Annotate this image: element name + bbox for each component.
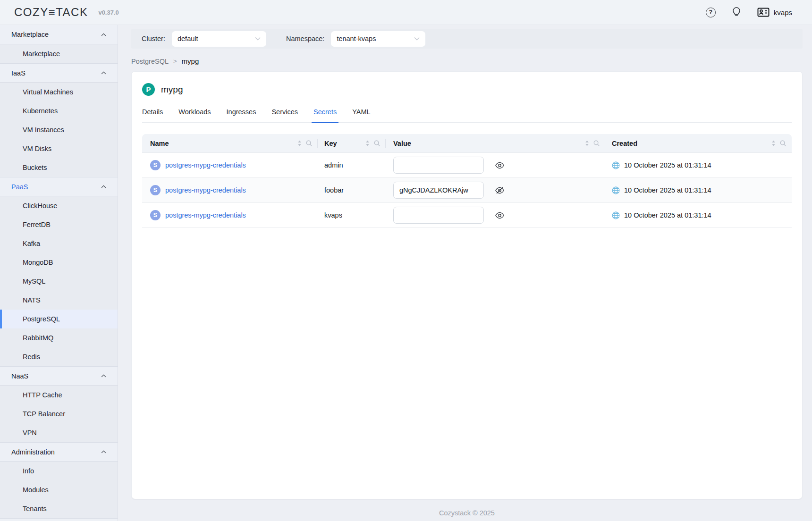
- breadcrumb-separator: >: [173, 58, 177, 65]
- search-icon[interactable]: [780, 140, 786, 146]
- sidebar-section-marketplace: MarketplaceMarketplace: [0, 25, 118, 63]
- sidebar-item-vm-disks[interactable]: VM Disks: [0, 139, 118, 158]
- tab-details[interactable]: Details: [142, 108, 163, 122]
- sidebar-section-items-paas: ClickHouseFerretDBKafkaMongoDBMySQLNATSP…: [0, 196, 118, 366]
- sidebar-item-mongodb[interactable]: MongoDB: [0, 253, 118, 272]
- help-button[interactable]: ?: [706, 8, 716, 17]
- sidebar-item-tenants[interactable]: Tenants: [0, 499, 118, 518]
- user-menu[interactable]: kvaps: [757, 8, 792, 17]
- hide-value-button[interactable]: [494, 186, 505, 195]
- reveal-value-button[interactable]: [494, 211, 505, 220]
- secret-name-link[interactable]: postgres-mypg-credentials: [165, 211, 246, 219]
- tab-yaml[interactable]: YAML: [352, 108, 370, 122]
- sidebar-section-header-administration[interactable]: Administration: [0, 442, 118, 461]
- cluster-label: Cluster:: [142, 35, 165, 42]
- secret-name-link[interactable]: postgres-mypg-credentials: [165, 161, 246, 169]
- search-icon[interactable]: [374, 140, 380, 146]
- tab-secrets[interactable]: Secrets: [313, 108, 337, 122]
- sidebar-item-vm-instances[interactable]: VM Instances: [0, 120, 118, 139]
- sort-icon[interactable]: [297, 140, 302, 146]
- sort-icon[interactable]: [365, 140, 370, 146]
- sidebar-section-header-naas[interactable]: NaaS: [0, 366, 118, 385]
- sidebar-item-nats[interactable]: NATS: [0, 291, 118, 310]
- sidebar-item-vpn[interactable]: VPN: [0, 423, 118, 442]
- sidebar-section-items-iaas: Virtual MachinesKubernetesVM InstancesVM…: [0, 82, 118, 177]
- secret-value-input[interactable]: [393, 207, 484, 224]
- namespace-select[interactable]: tenant-kvaps: [331, 31, 425, 47]
- lightbulb-button[interactable]: [733, 7, 740, 17]
- sidebar-item-ferretdb[interactable]: FerretDB: [0, 215, 118, 234]
- sort-icon[interactable]: [585, 140, 589, 146]
- sort-icon[interactable]: [771, 140, 776, 146]
- cell-created: 10 October 2025 at 01:31:14: [605, 153, 792, 177]
- sidebar-item-label: VM Disks: [23, 145, 51, 152]
- sidebar-item-label: Modules: [23, 486, 49, 494]
- tab-workloads[interactable]: Workloads: [178, 108, 211, 122]
- reveal-value-button[interactable]: [494, 161, 505, 170]
- resource-header: P mypg: [142, 83, 792, 96]
- tab-services[interactable]: Services: [271, 108, 298, 122]
- column-header-key[interactable]: Key: [318, 134, 386, 152]
- sidebar-item-label: TCP Balancer: [23, 410, 65, 418]
- user-name: kvaps: [774, 8, 792, 17]
- eye-invisible-icon: [495, 187, 504, 194]
- sidebar-item-kubernetes[interactable]: Kubernetes: [0, 101, 118, 120]
- column-header-name[interactable]: Name: [142, 134, 318, 152]
- sidebar: MarketplaceMarketplaceIaaSVirtual Machin…: [0, 25, 118, 521]
- globe-icon: [612, 211, 620, 219]
- cluster-select[interactable]: default: [172, 31, 266, 47]
- sidebar-item-label: Kafka: [23, 240, 40, 247]
- column-controls: [297, 140, 312, 146]
- sidebar-section-administration: AdministrationInfoModulesTenants: [0, 442, 118, 519]
- sidebar-item-label: ClickHouse: [23, 202, 57, 210]
- sidebar-item-http-cache[interactable]: HTTP Cache: [0, 386, 118, 404]
- sidebar-item-label: PostgreSQL: [23, 315, 60, 323]
- sidebar-section-header-marketplace[interactable]: Marketplace: [0, 25, 118, 44]
- table-row: Spostgres-mypg-credentialskvaps10 Octobe…: [142, 203, 792, 228]
- search-icon[interactable]: [306, 140, 312, 146]
- sidebar-item-modules[interactable]: Modules: [0, 480, 118, 499]
- globe-icon: [612, 161, 620, 169]
- breadcrumb: PostgreSQL > mypg: [131, 57, 803, 65]
- secret-badge-icon: S: [150, 210, 161, 220]
- sidebar-item-postgresql[interactable]: PostgreSQL: [0, 310, 118, 328]
- namespace-label: Namespace:: [286, 35, 324, 42]
- sidebar-item-redis[interactable]: Redis: [0, 347, 118, 366]
- app-version: v0.37.0: [98, 9, 118, 16]
- column-header-value[interactable]: Value: [386, 134, 605, 152]
- sidebar-item-label: VM Instances: [23, 126, 64, 134]
- table-header: NameKeyValueCreated: [142, 134, 792, 153]
- cell-created: 10 October 2025 at 01:31:14: [605, 203, 792, 227]
- chevron-up-icon: [101, 185, 106, 188]
- column-header-created[interactable]: Created: [605, 134, 792, 152]
- breadcrumb-parent[interactable]: PostgreSQL: [131, 58, 169, 65]
- sidebar-item-buckets[interactable]: Buckets: [0, 158, 118, 177]
- eye-icon: [495, 162, 504, 169]
- chevron-up-icon: [101, 450, 106, 454]
- column-controls: [771, 140, 786, 146]
- sidebar-section-items-marketplace: Marketplace: [0, 44, 118, 63]
- sidebar-item-virtual-machines[interactable]: Virtual Machines: [0, 83, 118, 101]
- cell-key: kvaps: [318, 203, 386, 227]
- column-header-label: Key: [324, 140, 337, 147]
- sidebar-item-label: NATS: [23, 296, 41, 304]
- secrets-table: NameKeyValueCreated Spostgres-mypg-crede…: [142, 134, 792, 228]
- sidebar-item-info[interactable]: Info: [0, 462, 118, 480]
- secret-name-link[interactable]: postgres-mypg-credentials: [165, 186, 246, 194]
- secret-value-input[interactable]: [393, 182, 484, 199]
- sidebar-item-marketplace[interactable]: Marketplace: [0, 44, 118, 63]
- footer-text: Cozystack © 2025: [131, 509, 803, 517]
- sidebar-item-tcp-balancer[interactable]: TCP Balancer: [0, 404, 118, 423]
- sidebar-section-header-iaas[interactable]: IaaS: [0, 63, 118, 82]
- tab-ingresses[interactable]: Ingresses: [227, 108, 256, 122]
- sidebar-section-header-paas[interactable]: PaaS: [0, 177, 118, 196]
- cell-name: Spostgres-mypg-credentials: [142, 178, 318, 202]
- sidebar-item-mysql[interactable]: MySQL: [0, 272, 118, 291]
- search-icon[interactable]: [593, 140, 600, 146]
- sidebar-item-kafka[interactable]: Kafka: [0, 234, 118, 253]
- cell-name: Spostgres-mypg-credentials: [142, 153, 318, 177]
- top-bar: COZY≡TACK v0.37.0 ?: [0, 0, 812, 25]
- sidebar-item-rabbitmq[interactable]: RabbitMQ: [0, 328, 118, 347]
- secret-value-input[interactable]: [393, 157, 484, 174]
- sidebar-item-clickhouse[interactable]: ClickHouse: [0, 196, 118, 215]
